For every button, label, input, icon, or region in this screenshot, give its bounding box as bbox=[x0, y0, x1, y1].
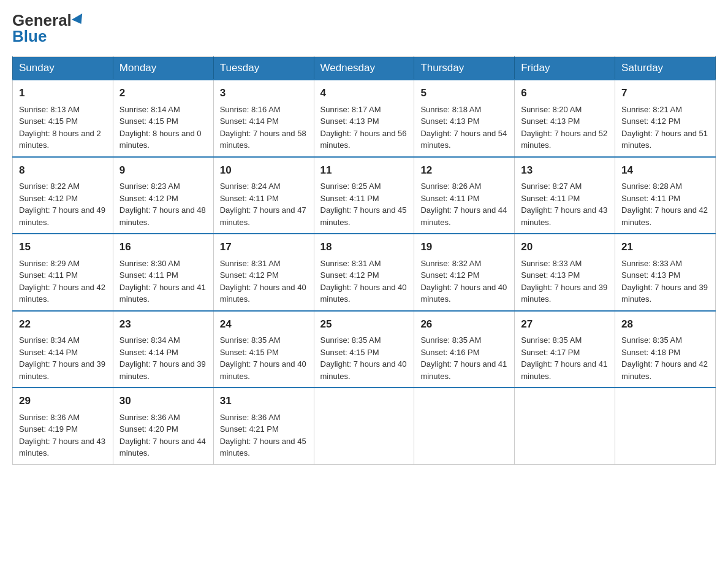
calendar-cell: 20Sunrise: 8:33 AMSunset: 4:13 PMDayligh… bbox=[515, 234, 615, 311]
daylight-label: Daylight: 7 hours and 52 minutes. bbox=[521, 129, 607, 150]
daylight-label: Daylight: 7 hours and 43 minutes. bbox=[19, 437, 105, 458]
sunset-label: Sunset: 4:14 PM bbox=[220, 117, 279, 126]
day-number: 19 bbox=[420, 239, 508, 255]
daylight-label: Daylight: 8 hours and 2 minutes. bbox=[19, 129, 101, 150]
calendar-cell: 4Sunrise: 8:17 AMSunset: 4:13 PMDaylight… bbox=[314, 80, 414, 157]
sunset-label: Sunset: 4:11 PM bbox=[19, 270, 78, 280]
calendar-cell: 9Sunrise: 8:23 AMSunset: 4:12 PMDaylight… bbox=[113, 157, 213, 234]
sunrise-label: Sunrise: 8:14 AM bbox=[119, 105, 180, 114]
calendar-week-row: 8Sunrise: 8:22 AMSunset: 4:12 PMDaylight… bbox=[13, 157, 716, 234]
day-number: 3 bbox=[220, 85, 308, 101]
calendar-cell: 29Sunrise: 8:36 AMSunset: 4:19 PMDayligh… bbox=[13, 388, 113, 464]
calendar-cell: 19Sunrise: 8:32 AMSunset: 4:12 PMDayligh… bbox=[414, 234, 515, 311]
day-number: 14 bbox=[621, 163, 709, 178]
sunset-label: Sunset: 4:16 PM bbox=[420, 348, 479, 357]
sunset-label: Sunset: 4:12 PM bbox=[119, 194, 178, 203]
daylight-label: Daylight: 7 hours and 40 minutes. bbox=[220, 359, 306, 381]
day-number: 21 bbox=[621, 239, 709, 255]
calendar-week-row: 15Sunrise: 8:29 AMSunset: 4:11 PMDayligh… bbox=[13, 234, 716, 311]
calendar-cell: 26Sunrise: 8:35 AMSunset: 4:16 PMDayligh… bbox=[414, 311, 515, 388]
calendar-cell: 21Sunrise: 8:33 AMSunset: 4:13 PMDayligh… bbox=[615, 234, 716, 311]
day-number: 2 bbox=[119, 85, 207, 101]
calendar-cell: 15Sunrise: 8:29 AMSunset: 4:11 PMDayligh… bbox=[13, 234, 113, 311]
day-number: 26 bbox=[420, 316, 508, 332]
sunset-label: Sunset: 4:13 PM bbox=[420, 117, 479, 126]
day-number: 27 bbox=[521, 316, 609, 332]
calendar-cell bbox=[615, 388, 716, 464]
daylight-label: Daylight: 7 hours and 42 minutes. bbox=[19, 283, 105, 304]
sunrise-label: Sunrise: 8:30 AM bbox=[119, 259, 180, 268]
sunrise-label: Sunrise: 8:29 AM bbox=[19, 259, 80, 268]
calendar-week-row: 22Sunrise: 8:34 AMSunset: 4:14 PMDayligh… bbox=[13, 311, 716, 388]
sunrise-label: Sunrise: 8:20 AM bbox=[521, 105, 582, 114]
sunrise-label: Sunrise: 8:23 AM bbox=[119, 182, 180, 191]
calendar-cell bbox=[314, 388, 414, 464]
sunrise-label: Sunrise: 8:26 AM bbox=[420, 182, 481, 191]
sunset-label: Sunset: 4:13 PM bbox=[521, 270, 580, 280]
sunrise-label: Sunrise: 8:22 AM bbox=[19, 182, 80, 191]
sunset-label: Sunset: 4:18 PM bbox=[621, 348, 680, 357]
day-number: 17 bbox=[220, 239, 308, 255]
sunset-label: Sunset: 4:11 PM bbox=[521, 194, 580, 203]
sunrise-label: Sunrise: 8:33 AM bbox=[521, 259, 582, 268]
sunset-label: Sunset: 4:13 PM bbox=[621, 270, 680, 280]
day-number: 20 bbox=[521, 239, 609, 255]
sunset-label: Sunset: 4:11 PM bbox=[220, 194, 279, 203]
sunset-label: Sunset: 4:15 PM bbox=[19, 117, 78, 126]
daylight-label: Daylight: 7 hours and 48 minutes. bbox=[119, 205, 206, 227]
sunset-label: Sunset: 4:11 PM bbox=[621, 194, 680, 203]
daylight-label: Daylight: 7 hours and 40 minutes. bbox=[220, 283, 306, 304]
calendar-cell: 31Sunrise: 8:36 AMSunset: 4:21 PMDayligh… bbox=[213, 388, 314, 464]
sunrise-label: Sunrise: 8:18 AM bbox=[420, 105, 481, 114]
calendar-cell: 22Sunrise: 8:34 AMSunset: 4:14 PMDayligh… bbox=[13, 311, 113, 388]
calendar-cell: 24Sunrise: 8:35 AMSunset: 4:15 PMDayligh… bbox=[213, 311, 314, 388]
sunrise-label: Sunrise: 8:35 AM bbox=[320, 335, 381, 345]
weekday-header-wednesday: Wednesday bbox=[314, 57, 414, 80]
day-number: 18 bbox=[320, 239, 408, 255]
sunset-label: Sunset: 4:15 PM bbox=[320, 348, 379, 357]
calendar-cell: 30Sunrise: 8:36 AMSunset: 4:20 PMDayligh… bbox=[113, 388, 213, 464]
calendar-cell: 25Sunrise: 8:35 AMSunset: 4:15 PMDayligh… bbox=[314, 311, 414, 388]
day-number: 6 bbox=[521, 85, 609, 101]
sunset-label: Sunset: 4:21 PM bbox=[220, 424, 279, 434]
calendar-cell: 2Sunrise: 8:14 AMSunset: 4:15 PMDaylight… bbox=[113, 80, 213, 157]
sunrise-label: Sunrise: 8:31 AM bbox=[220, 259, 281, 268]
daylight-label: Daylight: 7 hours and 45 minutes. bbox=[220, 437, 306, 458]
weekday-header-monday: Monday bbox=[113, 57, 213, 80]
calendar-cell: 10Sunrise: 8:24 AMSunset: 4:11 PMDayligh… bbox=[213, 157, 314, 234]
sunrise-label: Sunrise: 8:36 AM bbox=[220, 413, 281, 422]
sunset-label: Sunset: 4:11 PM bbox=[420, 194, 479, 203]
sunrise-label: Sunrise: 8:36 AM bbox=[119, 413, 180, 422]
day-number: 9 bbox=[119, 163, 207, 178]
calendar-week-row: 29Sunrise: 8:36 AMSunset: 4:19 PMDayligh… bbox=[13, 388, 716, 464]
calendar-cell: 27Sunrise: 8:35 AMSunset: 4:17 PMDayligh… bbox=[515, 311, 615, 388]
sunset-label: Sunset: 4:15 PM bbox=[119, 117, 178, 126]
sunset-label: Sunset: 4:12 PM bbox=[621, 117, 680, 126]
sunrise-label: Sunrise: 8:35 AM bbox=[621, 335, 682, 345]
sunrise-label: Sunrise: 8:35 AM bbox=[521, 335, 582, 345]
daylight-label: Daylight: 7 hours and 45 minutes. bbox=[320, 205, 407, 227]
sunrise-label: Sunrise: 8:31 AM bbox=[320, 259, 381, 268]
daylight-label: Daylight: 7 hours and 39 minutes. bbox=[621, 283, 708, 304]
sunset-label: Sunset: 4:14 PM bbox=[19, 348, 78, 357]
page-header: General Blue bbox=[12, 12, 716, 44]
sunset-label: Sunset: 4:12 PM bbox=[420, 270, 479, 280]
daylight-label: Daylight: 7 hours and 44 minutes. bbox=[119, 437, 206, 458]
daylight-label: Daylight: 7 hours and 40 minutes. bbox=[420, 283, 507, 304]
day-number: 7 bbox=[621, 85, 709, 101]
day-number: 31 bbox=[220, 393, 308, 409]
sunset-label: Sunset: 4:12 PM bbox=[19, 194, 78, 203]
sunrise-label: Sunrise: 8:28 AM bbox=[621, 182, 682, 191]
sunrise-label: Sunrise: 8:32 AM bbox=[420, 259, 481, 268]
calendar-cell bbox=[414, 388, 515, 464]
day-number: 13 bbox=[521, 163, 609, 178]
sunrise-label: Sunrise: 8:27 AM bbox=[521, 182, 582, 191]
calendar-cell: 17Sunrise: 8:31 AMSunset: 4:12 PMDayligh… bbox=[213, 234, 314, 311]
day-number: 24 bbox=[220, 316, 308, 332]
calendar-cell: 23Sunrise: 8:34 AMSunset: 4:14 PMDayligh… bbox=[113, 311, 213, 388]
day-number: 15 bbox=[19, 239, 107, 255]
daylight-label: Daylight: 7 hours and 47 minutes. bbox=[220, 205, 306, 227]
logo-blue-text: Blue bbox=[12, 28, 47, 44]
calendar-cell: 5Sunrise: 8:18 AMSunset: 4:13 PMDaylight… bbox=[414, 80, 515, 157]
daylight-label: Daylight: 7 hours and 49 minutes. bbox=[19, 205, 105, 227]
